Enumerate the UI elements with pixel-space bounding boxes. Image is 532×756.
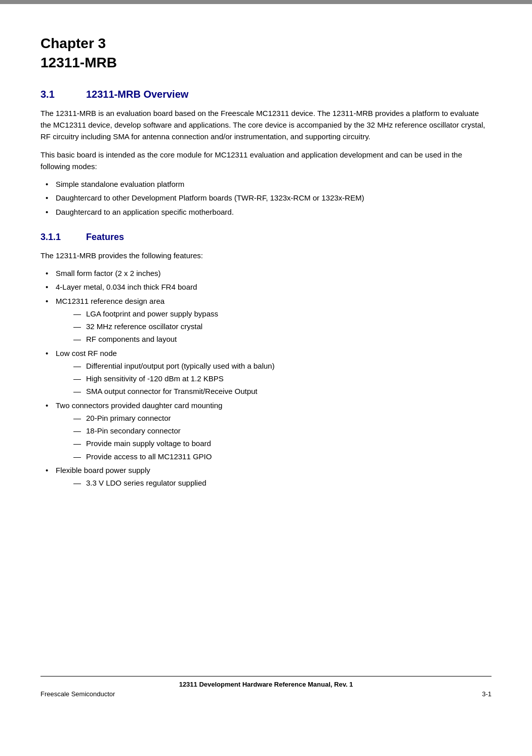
list-item: Small form factor (2 x 2 inches) (40, 267, 492, 279)
list-item: Daughtercard to other Development Platfo… (40, 192, 492, 204)
features-list: Small form factor (2 x 2 inches) 4-Layer… (40, 267, 492, 489)
sub-list: Differential input/output port (typicall… (56, 360, 492, 397)
modes-list: Simple standalone evaluation platform Da… (40, 178, 492, 218)
sub-list: 3.3 V LDO series regulator supplied (56, 477, 492, 489)
list-item: High sensitivity of -120 dBm at 1.2 KBPS (56, 373, 492, 384)
sub-list: LGA footprint and power supply bypass 32… (56, 308, 492, 345)
section-311-title: Features (86, 232, 124, 243)
list-item: 18-Pin secondary connector (56, 425, 492, 436)
list-item: SMA output connector for Transmit/Receiv… (56, 385, 492, 397)
section-31-paragraph1: The 12311-MRB is an evaluation board bas… (40, 107, 492, 143)
section-31: 3.1 12311-MRB Overview The 12311-MRB is … (40, 89, 492, 218)
list-item: Two connectors provided daughter card mo… (40, 400, 492, 462)
footer-left-text: Freescale Semiconductor (40, 690, 115, 698)
list-item: 4-Layer metal, 0.034 inch thick FR4 boar… (40, 281, 492, 293)
list-item: MC12311 reference design area LGA footpr… (40, 295, 492, 345)
section-311-heading: 3.1.1 Features (40, 232, 492, 243)
list-item: LGA footprint and power supply bypass (56, 308, 492, 320)
section-31-heading: 3.1 12311-MRB Overview (40, 89, 492, 100)
section-311-intro: The 12311-MRB provides the following fea… (40, 250, 492, 261)
section-311-number: 3.1.1 (40, 232, 71, 243)
sub-list: 20-Pin primary connector 18-Pin secondar… (56, 412, 492, 462)
chapter-heading-line2: 12311-MRB (40, 54, 492, 72)
page-content: Chapter 3 12311-MRB 3.1 12311-MRB Overvi… (0, 4, 532, 713)
list-item: Simple standalone evaluation platform (40, 178, 492, 190)
chapter-heading-line1: Chapter 3 (40, 34, 492, 53)
section-31-title: 12311-MRB Overview (86, 89, 188, 100)
list-item: 32 MHz reference oscillator crystal (56, 321, 492, 332)
footer-bottom-row: Freescale Semiconductor 3-1 (40, 690, 492, 698)
list-item: Provide access to all MC12311 GPIO (56, 451, 492, 462)
list-item: Provide main supply voltage to board (56, 437, 492, 449)
section-31-paragraph2: This basic board is intended as the core… (40, 149, 492, 173)
section-311: 3.1.1 Features The 12311-MRB provides th… (40, 232, 492, 489)
list-item: RF components and layout (56, 333, 492, 345)
footer: 12311 Development Hardware Reference Man… (40, 676, 492, 698)
list-item: Flexible board power supply 3.3 V LDO se… (40, 464, 492, 489)
footer-right-text: 3-1 (482, 690, 492, 698)
footer-center-text: 12311 Development Hardware Reference Man… (40, 681, 492, 688)
list-item: Differential input/output port (typicall… (56, 360, 492, 372)
list-item: 20-Pin primary connector (56, 412, 492, 424)
list-item: 3.3 V LDO series regulator supplied (56, 477, 492, 489)
chapter-label: Chapter 3 12311-MRB (40, 34, 492, 72)
top-bar (0, 0, 532, 4)
section-31-number: 3.1 (40, 89, 71, 100)
list-item: Daughtercard to an application specific … (40, 206, 492, 218)
list-item: Low cost RF node Differential input/outp… (40, 347, 492, 397)
